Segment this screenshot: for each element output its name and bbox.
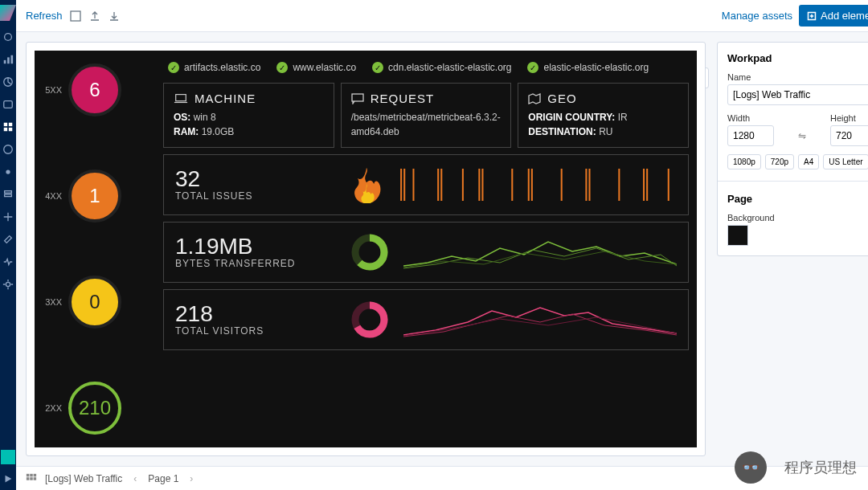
export-icon[interactable] [88,10,101,22]
size-presets: 1080p 720p A4 US Letter [727,154,868,169]
sidebar-ml-icon[interactable] [2,165,14,178]
width-input[interactable] [727,125,774,146]
sidebar-dashboard-icon[interactable] [2,76,14,88]
background-color-swatch[interactable] [727,225,748,246]
host-0: ✓artifacts.elastic.co [168,62,260,73]
kibana-logo-icon[interactable] [0,5,16,21]
preset-1080p[interactable]: 1080p [727,154,761,169]
svg-point-14 [6,282,10,286]
height-input[interactable] [830,125,868,146]
svg-rect-3 [11,55,14,64]
refresh-link[interactable]: Refresh [26,10,63,22]
host-2: ✓cdn.elastic-elastic-elastic.org [372,62,511,73]
visitors-metric-row: 218 TOTAL VISITORS [163,289,689,350]
status-3xx-row: 3XX 0 [43,276,155,329]
visitors-value: 218 [175,303,336,325]
top-toolbar: Refresh Manage assets Add element [16,0,868,32]
status-2xx-row: 2XX 210 [43,382,155,435]
status-4xx-row: 4XX 1 [43,169,155,223]
workpad-canvas[interactable]: 5XX 6 4XX 1 3XX 0 2XX 210 [35,51,697,447]
svg-rect-18 [352,94,363,101]
svg-rect-6 [4,123,7,126]
svg-rect-1 [4,60,6,63]
chat-icon [351,93,364,104]
check-icon: ✓ [276,62,288,73]
svg-rect-15 [71,11,80,21]
visitors-label: TOTAL VISITORS [175,325,336,337]
status-2xx-label: 2XX [43,403,62,413]
bytes-value: 1.19MB [175,235,336,258]
status-5xx-label: 5XX [43,85,62,95]
geo-card: GEO ORIGIN COUNTRY: IR DESTINATION: RU [518,83,689,148]
sidebar-collapse-icon[interactable] [1,450,15,464]
footer-workpad-name: [Logs] Web Traffic [45,473,122,484]
sidebar-apm-icon[interactable] [2,210,14,223]
workpad-canvas-container: 5XX 6 4XX 1 3XX 0 2XX 210 [26,42,706,456]
svg-rect-13 [5,194,12,197]
svg-point-11 [6,169,10,174]
content-row: Last 24 hours 5XX 6 4XX 1 3XX 0 [16,32,868,466]
preset-a4[interactable]: A4 [798,154,819,169]
status-4xx-ring: 1 [68,169,121,223]
svg-rect-44 [27,477,30,480]
status-5xx-row: 5XX 6 [43,63,155,116]
app-sidebar [0,0,16,490]
check-icon: ✓ [372,62,383,73]
bytes-sparkline [403,232,677,272]
workpad-name-input[interactable] [727,84,868,105]
svg-rect-46 [34,477,37,480]
svg-rect-41 [27,473,30,476]
issues-label: TOTAL ISSUES [175,190,336,202]
watermark-avatar-icon: 👓 [735,451,767,484]
width-label: Width [727,113,774,123]
host-3: ✓elastic-elastic-elastic.org [527,62,649,73]
main-area: Refresh Manage assets Add element Last 2… [16,0,868,490]
svg-rect-45 [30,477,33,480]
status-2xx-ring: 210 [68,382,121,435]
grid-icon[interactable] [26,473,37,484]
flame-icon [350,166,383,203]
bytes-donut [350,233,389,272]
height-label: Height [830,113,868,123]
svg-rect-7 [9,123,12,126]
name-label: Name [727,72,868,82]
background-label: Background [727,213,868,223]
add-element-button[interactable]: Add element [799,5,868,27]
sidebar-devtools-icon[interactable] [2,233,14,246]
manage-assets-link[interactable]: Manage assets [722,10,792,22]
status-5xx-ring: 6 [68,63,121,116]
sidebar-play-icon[interactable] [2,472,14,485]
sidebar-visualize-icon[interactable] [2,53,14,66]
swap-dimensions-icon[interactable]: ⇋ [779,130,825,146]
svg-rect-12 [5,191,12,194]
svg-rect-2 [7,57,10,63]
workpad-heading: Workpad [727,52,868,64]
svg-rect-17 [176,94,186,100]
svg-point-10 [4,145,13,154]
sidebar-maps-icon[interactable] [2,143,14,156]
preset-usletter[interactable]: US Letter [823,154,868,169]
footer-page-label: Page 1 [148,473,178,484]
preset-720p[interactable]: 720p [765,154,794,169]
host-1: ✓www.elastic.co [276,62,356,73]
svg-rect-42 [30,473,33,476]
map-icon [528,93,541,104]
sidebar-management-icon[interactable] [2,278,14,291]
download-icon[interactable] [108,10,121,22]
next-page-button[interactable]: › [186,473,196,484]
sidebar-monitoring-icon[interactable] [2,255,14,268]
page-heading: Page [727,193,868,205]
metrics-column: ✓artifacts.elastic.co ✓www.elastic.co ✓c… [163,59,689,439]
sidebar-discover-icon[interactable] [2,31,14,43]
sidebar-canvas-icon[interactable] [2,120,14,133]
info-cards-row: MACHINE OS: win 8 RAM: 19.0GB REQUEST /b… [163,83,689,148]
bytes-label: BYTES TRANSFERRED [175,258,336,269]
svg-rect-5 [4,101,13,108]
prev-page-button[interactable]: ‹ [130,473,140,484]
sidebar-timelion-icon[interactable] [2,98,14,111]
sidebar-infra-icon[interactable] [2,188,14,201]
svg-rect-9 [9,128,12,131]
fullscreen-icon[interactable] [69,10,82,22]
bytes-metric-row: 1.19MB BYTES TRANSFERRED [163,222,689,283]
laptop-icon [174,93,188,104]
